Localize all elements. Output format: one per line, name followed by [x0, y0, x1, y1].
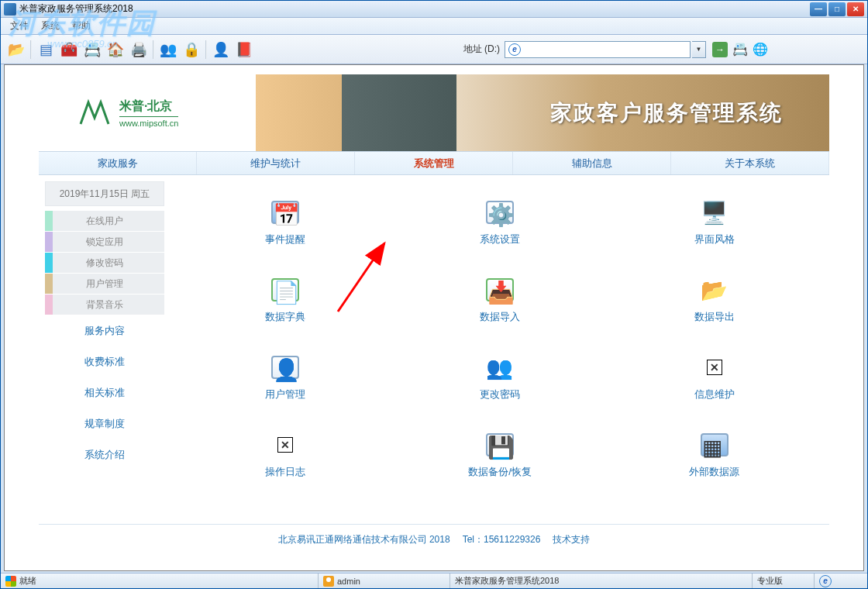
banner-image: 家政客户服务管理系统	[256, 74, 829, 151]
titlebar: 米普家政服务管理系统2018 — □ ✕	[1, 1, 867, 18]
globe-icon[interactable]: 🌐	[753, 42, 768, 57]
logo-title: 米普·北京	[119, 98, 178, 115]
content-area: 米普·北京 www.mipsoft.cn 家政客户服务管理系统 家政服务 维护与…	[4, 64, 864, 571]
missing-icon: ✕	[270, 429, 301, 460]
status-user: admin	[337, 577, 360, 586]
function-grid: 📅 事件提醒 ⚙️ 系统设置 🖥️ 界面风格 📄 数据字典	[170, 175, 829, 516]
statusbar: 就绪 admin 米普家政服务管理系统2018 专业版 e	[1, 573, 867, 588]
users-icon: 👤	[270, 352, 301, 383]
menu-system[interactable]: 系统	[35, 18, 66, 34]
grid-data-export[interactable]: 📂 数据导出	[622, 260, 806, 338]
grid-user-manage[interactable]: 👤 用户管理	[194, 338, 377, 415]
sidebar-link-intro[interactable]: 系统介绍	[45, 439, 164, 470]
window-title: 米普家政服务管理系统2018	[19, 2, 810, 16]
separator	[30, 40, 32, 59]
folder-open-icon[interactable]: 📂	[5, 39, 27, 60]
toolbar: 📂 ▤ 🧰 📇 🏠 🖨️ 👥 🔒 👤 📕 地址 (D:) e ▼ → 📇 🌐	[1, 35, 867, 64]
users-icon[interactable]: 👥	[157, 39, 179, 60]
user-icon	[323, 576, 334, 587]
import-icon: 📥	[484, 274, 515, 305]
footer-support[interactable]: 技术支持	[553, 533, 590, 546]
grid-event-reminder[interactable]: 📅 事件提醒	[194, 183, 377, 260]
tab-maintenance[interactable]: 维护与统计	[197, 152, 355, 174]
tab-aux-info[interactable]: 辅助信息	[513, 152, 671, 174]
status-ready: 就绪	[19, 575, 36, 587]
menu-file[interactable]: 文件	[4, 18, 35, 34]
grid-data-dict[interactable]: 📄 数据字典	[194, 260, 377, 338]
logo-area: 米普·北京 www.mipsoft.cn	[39, 74, 256, 151]
status-app: 米普家政服务管理系统2018	[455, 575, 559, 587]
datasource-icon: ▦	[699, 429, 730, 460]
grid-external-datasource[interactable]: ▦ 外部数据源	[622, 415, 806, 493]
lock-icon[interactable]: 🔒	[181, 39, 202, 60]
sidebar-item-bgm[interactable]: 背景音乐	[45, 294, 164, 315]
footer-tel: Tel：15611229326	[463, 533, 541, 546]
monitor-icon: 🖥️	[699, 197, 730, 228]
missing-icon: ✕	[699, 352, 730, 383]
ie-icon: e	[819, 575, 832, 587]
maximize-button[interactable]: □	[828, 2, 846, 16]
app-icon	[4, 3, 16, 16]
grid-system-settings[interactable]: ⚙️ 系统设置	[408, 183, 592, 260]
grid-operation-log[interactable]: ✕ 操作日志	[194, 415, 377, 493]
tool2-icon[interactable]: 📇	[81, 39, 103, 60]
logo-icon	[78, 96, 112, 130]
minimize-button[interactable]: —	[810, 2, 827, 16]
address-label: 地址 (D:)	[463, 43, 500, 56]
home-icon[interactable]: 🏠	[105, 39, 126, 60]
separator	[205, 40, 207, 59]
sidebar-link-rules[interactable]: 规章制度	[45, 408, 164, 439]
menubar: 文件 系统 帮助	[1, 18, 867, 35]
export-icon: 📂	[699, 274, 730, 305]
tool1-icon[interactable]: 🧰	[58, 39, 80, 60]
mail-icon[interactable]: 📇	[732, 42, 748, 57]
grid-backup-restore[interactable]: 💾 数据备份/恢复	[408, 415, 592, 493]
list-icon[interactable]: ▤	[35, 39, 57, 60]
tab-about[interactable]: 关于本系统	[671, 152, 829, 174]
windows-icon	[5, 576, 16, 587]
grid-data-import[interactable]: 📥 数据导入	[408, 260, 592, 338]
grid-change-password[interactable]: 👥 更改密码	[408, 338, 592, 415]
footer-company: 北京易讯正通网络通信技术有限公司 2018	[278, 533, 450, 546]
banner: 米普·北京 www.mipsoft.cn 家政客户服务管理系统	[39, 74, 829, 152]
status-edition: 专业版	[757, 575, 783, 587]
print-icon[interactable]: 🖨️	[128, 39, 150, 60]
settings-icon: ⚙️	[484, 197, 515, 228]
sidebar: 2019年11月15日 周五 在线用户 锁定应用 修改密码 用户管理 背景音乐 …	[39, 175, 170, 516]
app-window: 河东软件园 www.pc0359.cn 米普家政服务管理系统2018 — □ ✕…	[0, 0, 868, 589]
date-display: 2019年11月15日 周五	[45, 181, 164, 206]
separator	[153, 40, 154, 59]
banner-title: 家政客户服务管理系统	[550, 98, 783, 128]
exit-icon[interactable]: 📕	[233, 39, 255, 60]
main-area: 2019年11月15日 周五 在线用户 锁定应用 修改密码 用户管理 背景音乐 …	[39, 175, 829, 516]
menu-help[interactable]: 帮助	[66, 18, 97, 34]
calendar-icon: 📅	[270, 197, 301, 228]
tab-system-manage[interactable]: 系统管理	[355, 152, 513, 174]
dict-icon: 📄	[270, 274, 301, 305]
backup-icon: 💾	[484, 429, 515, 460]
sidebar-item-lock-app[interactable]: 锁定应用	[45, 232, 164, 252]
go-button[interactable]: →	[712, 42, 728, 57]
address-input[interactable]: e	[505, 41, 691, 58]
grid-ui-style[interactable]: 🖥️ 界面风格	[622, 183, 806, 260]
sidebar-item-online-users[interactable]: 在线用户	[45, 211, 164, 231]
sidebar-item-change-password[interactable]: 修改密码	[45, 253, 164, 273]
ie-icon: e	[508, 43, 521, 56]
page-footer: 北京易讯正通网络通信技术有限公司 2018 Tel：15611229326 技术…	[39, 524, 829, 555]
tab-housekeeping[interactable]: 家政服务	[39, 152, 197, 174]
logo-url: www.mipsoft.cn	[119, 116, 178, 128]
password-icon: 👥	[484, 352, 515, 383]
sidebar-link-fee[interactable]: 收费标准	[45, 346, 164, 377]
user-switch-icon[interactable]: 👤	[210, 39, 232, 60]
address-dropdown[interactable]: ▼	[692, 41, 706, 58]
sidebar-link-service[interactable]: 服务内容	[45, 315, 164, 346]
grid-info-maintain[interactable]: ✕ 信息维护	[622, 338, 806, 415]
close-button[interactable]: ✕	[847, 2, 864, 16]
nav-tabs: 家政服务 维护与统计 系统管理 辅助信息 关于本系统	[39, 152, 829, 175]
sidebar-item-user-manage[interactable]: 用户管理	[45, 274, 164, 294]
sidebar-link-standard[interactable]: 相关标准	[45, 377, 164, 408]
